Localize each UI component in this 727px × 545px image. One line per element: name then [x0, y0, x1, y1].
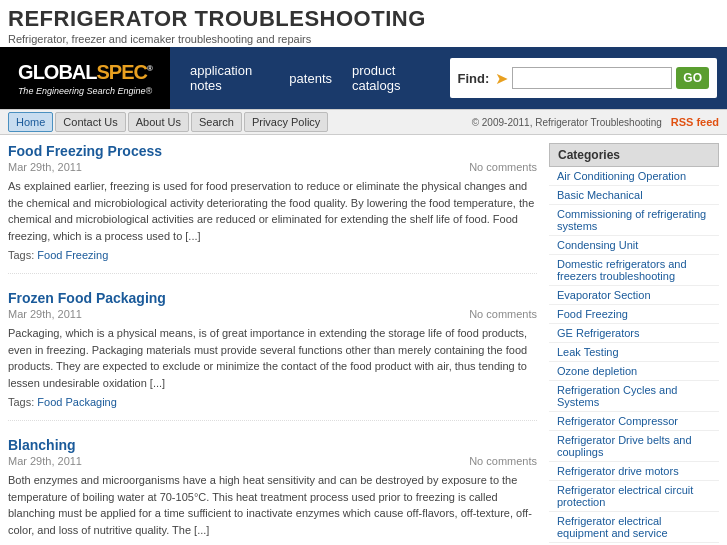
tagline-tm: ® [145, 86, 152, 96]
sidebar: Categories Air Conditioning OperationBas… [549, 143, 719, 545]
banner-nav-patents[interactable]: patents [289, 71, 332, 86]
nav-link-contact-us[interactable]: Contact Us [55, 112, 125, 132]
article-tags-1: Tags: Food Packaging [8, 396, 537, 408]
category-link[interactable]: Leak Testing [549, 343, 719, 362]
rss-link[interactable]: RSS feed [671, 116, 719, 128]
category-link[interactable]: Refrigerator electrical equipment and se… [549, 512, 719, 543]
article-comments-0[interactable]: No comments [469, 161, 537, 173]
article-comments-2[interactable]: No comments [469, 455, 537, 467]
article-title-1[interactable]: Frozen Food Packaging [8, 290, 166, 306]
category-link[interactable]: Condensing Unit [549, 236, 719, 255]
category-link[interactable]: Domestic refrigerators and freezers trou… [549, 255, 719, 286]
categories-title: Categories [549, 143, 719, 167]
category-link[interactable]: Refrigerator drive motors [549, 462, 719, 481]
article-meta-1: Mar 29th, 2011No comments [8, 308, 537, 320]
article-body-1: Packaging, which is a physical means, is… [8, 325, 537, 391]
article-title-0[interactable]: Food Freezing Process [8, 143, 162, 159]
article-meta-2: Mar 29th, 2011No comments [8, 455, 537, 467]
nav-links: HomeContact UsAbout UsSearchPrivacy Poli… [8, 112, 328, 132]
nav-bar: HomeContact UsAbout UsSearchPrivacy Poli… [0, 109, 727, 135]
article-1: Frozen Food PackagingMar 29th, 2011No co… [8, 290, 537, 421]
logo-trademark: ® [147, 64, 152, 73]
globalspec-logo: GLOBALSPEC® [18, 61, 152, 84]
article-body-2: Both enzymes and microorganisms have a h… [8, 472, 537, 538]
globalspec-banner: GLOBALSPEC® The Engineering Search Engin… [0, 47, 727, 109]
copyright-area: © 2009-2011, Refrigerator Troubleshootin… [472, 116, 719, 128]
category-link[interactable]: Commissioning of refrigerating systems [549, 205, 719, 236]
nav-link-about-us[interactable]: About Us [128, 112, 189, 132]
logo-global-text: GLOBAL [18, 61, 96, 83]
category-link[interactable]: Air Conditioning Operation [549, 167, 719, 186]
category-link[interactable]: Evaporator Section [549, 286, 719, 305]
article-tag-link[interactable]: Food Packaging [37, 396, 117, 408]
logo-tagline: The Engineering Search Engine® [18, 86, 152, 96]
article-title-2[interactable]: Blanching [8, 437, 76, 453]
article-date-2: Mar 29th, 2011 [8, 455, 82, 467]
articles-area: Food Freezing ProcessMar 29th, 2011No co… [8, 143, 537, 545]
article-2: BlanchingMar 29th, 2011No commentsBoth e… [8, 437, 537, 545]
go-button[interactable]: GO [676, 67, 709, 89]
banner-nav: application notes patents product catalo… [170, 63, 450, 93]
find-label: Find: [458, 71, 490, 86]
logo-spec-text: SPEC [97, 61, 147, 83]
category-link[interactable]: Basic Mechanical [549, 186, 719, 205]
banner-nav-product-catalogs[interactable]: product catalogs [352, 63, 430, 93]
category-link[interactable]: Refrigerator electrical circuit protecti… [549, 481, 719, 512]
category-link[interactable]: Food Freezing [549, 305, 719, 324]
category-link[interactable]: Refrigerator Drive belts and couplings [549, 431, 719, 462]
category-link[interactable]: Refrigeration Cycles and Systems [549, 381, 719, 412]
find-input[interactable] [512, 67, 672, 89]
article-meta-0: Mar 29th, 2011No comments [8, 161, 537, 173]
nav-link-privacy-policy[interactable]: Privacy Policy [244, 112, 328, 132]
article-tag-link[interactable]: Food Freezing [37, 249, 108, 261]
article-tags-0: Tags: Food Freezing [8, 249, 537, 261]
globalspec-logo-area[interactable]: GLOBALSPEC® The Engineering Search Engin… [0, 47, 170, 109]
tagline-text: The Engineering Search Engine [18, 86, 146, 96]
site-subtitle: Refrigerator, freezer and icemaker troub… [8, 33, 719, 45]
site-header: REFRIGERATOR TROUBLESHOOTING Refrigerato… [0, 0, 727, 47]
article-date-0: Mar 29th, 2011 [8, 161, 82, 173]
category-link[interactable]: GE Refrigerators [549, 324, 719, 343]
article-comments-1[interactable]: No comments [469, 308, 537, 320]
category-link[interactable]: Ozone depletion [549, 362, 719, 381]
article-0: Food Freezing ProcessMar 29th, 2011No co… [8, 143, 537, 274]
find-arrow-icon: ➤ [495, 69, 508, 88]
main-layout: Food Freezing ProcessMar 29th, 2011No co… [0, 135, 727, 545]
nav-link-home[interactable]: Home [8, 112, 53, 132]
article-body-0: As explained earlier, freezing is used f… [8, 178, 537, 244]
copyright-text: © 2009-2011, Refrigerator Troubleshootin… [472, 117, 662, 128]
banner-nav-app-notes[interactable]: application notes [190, 63, 269, 93]
banner-search-area: Find: ➤ GO [450, 58, 717, 98]
categories-list: Air Conditioning OperationBasic Mechanic… [549, 167, 719, 545]
site-title: REFRIGERATOR TROUBLESHOOTING [8, 6, 719, 32]
nav-link-search[interactable]: Search [191, 112, 242, 132]
categories-box: Categories Air Conditioning OperationBas… [549, 143, 719, 545]
category-link[interactable]: Refrigerator Compressor [549, 412, 719, 431]
article-date-1: Mar 29th, 2011 [8, 308, 82, 320]
